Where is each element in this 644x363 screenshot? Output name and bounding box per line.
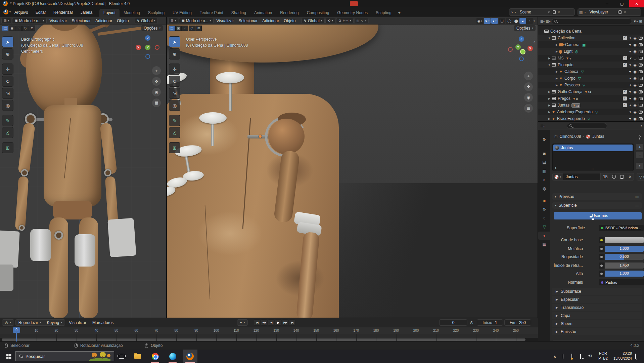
visibility-eye-icon[interactable]: ◉ [633, 50, 637, 53]
transform-tool-icon[interactable]: ◎ [2, 100, 13, 111]
proportional-edit-dropdown[interactable]: ◎∿▾ [354, 18, 369, 24]
play-reverse-button[interactable]: ◀ [268, 319, 274, 326]
properties-search-input[interactable] [567, 123, 607, 129]
stopwatch-icon[interactable]: ◷ [470, 320, 473, 325]
select-box-tool-icon[interactable]: ➤ [169, 36, 180, 47]
language-indicator[interactable]: PORPTB2 [596, 351, 610, 361]
grid-ortho-icon[interactable]: ▦ [152, 98, 161, 107]
fake-user-button[interactable] [610, 173, 618, 180]
measure-tool-icon[interactable]: ∡ [2, 127, 13, 138]
viewport-menu-objeto[interactable]: Objeto [281, 18, 298, 24]
properties-tab-view-layer[interactable]: ▥ [538, 167, 550, 175]
subpanel-especular[interactable]: ▶Especular [552, 296, 642, 303]
slider-met-lico[interactable]: 1.000 [605, 246, 644, 252]
subpanel-emissão[interactable]: ▶Emissão [552, 328, 642, 335]
orientation-dropdown[interactable]: ↯Global▾ [135, 18, 158, 24]
selectable-icon[interactable]: ➤ [628, 63, 632, 67]
subpanel-capa[interactable]: ▶Capa [552, 312, 642, 319]
disclosure-icon[interactable]: ▶ [554, 50, 559, 53]
menubar-item-editar[interactable]: Editar [33, 9, 49, 16]
outliner-row-coleção da cena[interactable]: Coleção da Cena [538, 28, 644, 35]
scale-tool-icon[interactable]: ⇲ [2, 88, 13, 99]
properties-tab-output[interactable]: ▤ [538, 158, 550, 166]
annotate-tool-icon[interactable]: ✎ [169, 115, 180, 126]
breadcrumb-object[interactable]: Cilindro.008 [559, 134, 581, 139]
overlays-toggle[interactable]: ◐▾ [491, 18, 498, 24]
visibility-eye-icon[interactable]: ◉ [633, 43, 637, 47]
measure-tool-icon[interactable]: ∡ [169, 127, 180, 138]
disclosure-icon[interactable]: ▼ [547, 37, 552, 40]
add-cube-tool-icon[interactable]: ⊞ [169, 142, 180, 153]
subpanel-subsurface[interactable]: ▶Subsurface [552, 288, 642, 295]
visibility-eye-off-icon[interactable]: ◡ [634, 56, 637, 60]
keying-menu[interactable]: Keying▾ [44, 320, 65, 325]
checkbox-icon[interactable] [623, 96, 627, 100]
properties-tab-material[interactable]: ● [538, 232, 550, 240]
outliner-row-camera[interactable]: ▶Camera▣➤◉ [538, 41, 644, 48]
delete-scene-icon[interactable]: ✕ [557, 10, 560, 14]
unlink-material-button[interactable]: ✕ [626, 173, 634, 180]
viewport-menu-objeto[interactable]: Objeto [114, 18, 131, 24]
visibility-eye-icon[interactable]: ◉ [633, 63, 637, 67]
properties-tab-texture[interactable]: ▦ [538, 240, 550, 248]
disclosure-icon[interactable]: ▶ [554, 43, 559, 46]
lasso-select-icon[interactable]: ⬡ [189, 26, 195, 31]
axis-x-neg[interactable] [508, 47, 513, 52]
checkbox-icon[interactable] [623, 90, 627, 94]
rotate-tool-icon[interactable]: ↻ [2, 76, 13, 87]
playhead[interactable]: 0 [13, 327, 20, 333]
viewport-menu-adicionar[interactable]: Adicionar [93, 18, 114, 24]
tray-expand-icon[interactable]: ∧ [553, 354, 556, 359]
volume-icon[interactable] [588, 354, 592, 357]
clock[interactable]: 20:2813/03/2024 [610, 351, 632, 361]
outliner-row-cabeca[interactable]: ▶▼Cabeca▽➤◉ [538, 68, 644, 75]
axis-z-neg[interactable] [145, 54, 150, 59]
new-collection-icon[interactable]: ⊞ [639, 19, 642, 23]
selectable-icon[interactable]: ➤ [628, 43, 632, 47]
options-dropdown[interactable]: Opções▾ [514, 25, 536, 31]
properties-options-icon[interactable]: ▾ [641, 124, 642, 127]
properties-tab-tool[interactable]: ⚙ [538, 135, 550, 144]
properties-tab-object[interactable]: ■ [538, 197, 550, 205]
axis-y[interactable]: Y [145, 45, 150, 50]
view-menu[interactable]: Visualizar [66, 320, 89, 326]
axis-z[interactable]: Z [145, 35, 150, 41]
visibility-dropdown[interactable]: ◉▾ [476, 18, 483, 24]
disclosure-icon[interactable]: ▶ [547, 97, 552, 100]
play-button[interactable]: ▶ [275, 319, 281, 326]
selectable-icon[interactable]: ➤ [628, 49, 632, 54]
paint-select-icon[interactable]: ⊡ [195, 26, 202, 31]
slider-alfa[interactable]: 1.000 [605, 271, 644, 277]
disclosure-icon[interactable]: ▼ [547, 64, 552, 67]
pin-id-icon[interactable] [639, 135, 641, 137]
pin-icon[interactable] [548, 11, 550, 13]
properties-tab-world[interactable]: ◍ [538, 185, 550, 193]
selectable-icon[interactable]: ➤ [628, 117, 632, 121]
viewport-menu-adicionar[interactable]: Adicionar [260, 18, 281, 24]
visibility-eye-icon[interactable]: ◉ [633, 97, 637, 100]
viewport-menu-selecionar[interactable]: Selecionar [236, 18, 260, 24]
annotate-tool-icon[interactable]: ✎ [2, 115, 13, 126]
zoom-icon[interactable]: ＋ [524, 72, 533, 80]
outliner-row-pescoco[interactable]: ▶▼Pescoco▽➤◉ [538, 82, 644, 88]
rotate-tool-icon[interactable]: ↻ [169, 76, 180, 87]
axis-x-neg[interactable] [155, 45, 159, 50]
visibility-eye-icon[interactable]: ◉ [633, 90, 637, 94]
snip-notification-icon[interactable] [571, 354, 572, 359]
subpanel-transmissão[interactable]: ▶Transmissão [552, 304, 642, 311]
display-mode-icon[interactable]: ▥▾ [546, 19, 550, 23]
selectable-icon[interactable]: ➤ [628, 83, 632, 87]
copy-viewlayer-icon[interactable] [618, 10, 622, 14]
file-explorer-button[interactable] [132, 351, 144, 362]
rendered-shading-icon[interactable]: ◔ [526, 18, 533, 24]
visibility-eye-icon[interactable]: ◉ [633, 77, 637, 80]
render-visibility-icon[interactable] [639, 57, 643, 60]
disclosure-icon[interactable]: ▶ [547, 57, 552, 60]
properties-tab-physics[interactable]: ◌ [538, 214, 550, 222]
render-visibility-icon[interactable] [639, 43, 643, 46]
visibility-eye-icon[interactable]: ◉ [633, 110, 637, 114]
options-dropdown[interactable]: Opções▾ [141, 25, 163, 31]
slider--ndice-de-refra-[interactable]: 1.450 [605, 263, 644, 269]
navigation-gizmo[interactable]: Z Y X [507, 36, 534, 63]
camera-view-icon[interactable]: ◉ [152, 88, 161, 96]
